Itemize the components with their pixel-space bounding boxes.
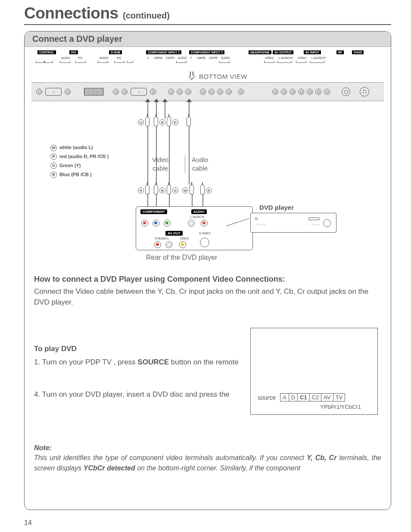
label-dsub: D-SUB (109, 50, 122, 54)
ring-g: G (138, 119, 144, 125)
label-dvi: DVI (69, 50, 78, 54)
video-cable-label: Video cable (152, 156, 168, 172)
label-svhs: SVHS (352, 50, 364, 54)
ring-r: R (172, 119, 178, 125)
howto-heading: How to connect a DVD Player using Compon… (34, 274, 381, 285)
label-laudio2: L·AUDIO·R (311, 56, 326, 59)
label-cr2: CR/PR (209, 56, 218, 59)
legend: Wwhite (audio L) Rred (audio R, PR /CR )… (50, 143, 109, 179)
label-cb2: CB/PB (197, 56, 206, 59)
osd-cells: A D C1 C2 AV TV (280, 393, 345, 401)
label-audio4: AUDIO (221, 56, 230, 59)
ring-b: B (159, 119, 165, 125)
label-control: CONTROL (37, 50, 56, 54)
note-heading: Note: (34, 443, 381, 453)
label-video1: VIDEO (265, 56, 274, 59)
dvd-rear: COMPONENT AUDIO L·AUDIO·R AV OUT R·AUDIO… (136, 206, 253, 250)
section-header: Connect a DVD player (25, 31, 391, 47)
label-avin: AV INPUT (304, 50, 321, 54)
osd-cell-a: A (280, 394, 289, 401)
page-number: 14 (24, 519, 32, 527)
label-audio2: AUDIO (100, 56, 109, 59)
title-main: Connections (24, 4, 118, 22)
osd-cell-av: AV (321, 394, 333, 401)
label-rf: RF (336, 50, 344, 54)
label-audio3: AUDIO (178, 56, 187, 59)
osd-cell-c2: C2 (310, 394, 322, 401)
page-title: Connections (continued) (24, 4, 391, 25)
ring-b2: B (159, 187, 165, 193)
ring-g2: G (172, 187, 178, 193)
note-body: This unit identifies the type of compone… (34, 453, 381, 473)
label-laudio1: L·AUDIO·R (279, 56, 293, 59)
label-pic: PIC (78, 56, 83, 59)
osd-sub: YPbPr1/YCbCr1 (320, 404, 361, 410)
label-cr1: CR/PR (166, 56, 174, 59)
audio-cable-label: Audio cable (192, 156, 208, 172)
label-comp1: COMPONENT INPUT 1 (146, 50, 181, 54)
label-avout: AV OUTPUT (273, 50, 293, 54)
main-box: Connect a DVD player CONTROL DVI AUDIO P… (24, 31, 391, 510)
osd-cell-c1: C1 (298, 394, 310, 401)
label-pic2: PIC (117, 56, 121, 59)
dvd-player-label: DVD player (259, 204, 294, 211)
arrow-icon (188, 71, 199, 83)
label-y2: Y (190, 56, 192, 59)
diagram: CONTROL DVI AUDIO PIC D-SUB AUDIO PIC CO… (25, 47, 391, 271)
dvd-player-front: ○ ○ ○ ○ ○ ○ (250, 213, 336, 233)
osd-box: source A D C1 C2 AV TV YPbPr1/YCbCr1 (250, 328, 378, 415)
rear-label: Rear of the DVD player (146, 254, 217, 261)
title-sub: (continued) (123, 11, 170, 20)
label-cb1: CB/PB (154, 56, 162, 59)
osd-cell-tv: TV (333, 394, 345, 401)
ring-r2: R (138, 187, 144, 193)
howto-body: Connect the Video cable between the Y, C… (34, 286, 381, 308)
label-y1: Y (147, 56, 149, 59)
label-video2: VIDEO (298, 56, 306, 59)
connector-panel: ::::: ::::: (31, 82, 384, 101)
osd-source-label: source (258, 394, 276, 401)
label-headphone: HEADPHONE (249, 50, 271, 54)
ring-r3: R (206, 187, 212, 193)
osd-cell-d: D (289, 394, 298, 401)
label-audio: AUDIO (61, 56, 70, 59)
ring-w: W (182, 187, 188, 193)
bottom-view-label: BOTTOM VIEW (199, 73, 247, 80)
label-comp2: COMPONENT INPUT 2 (189, 50, 224, 54)
